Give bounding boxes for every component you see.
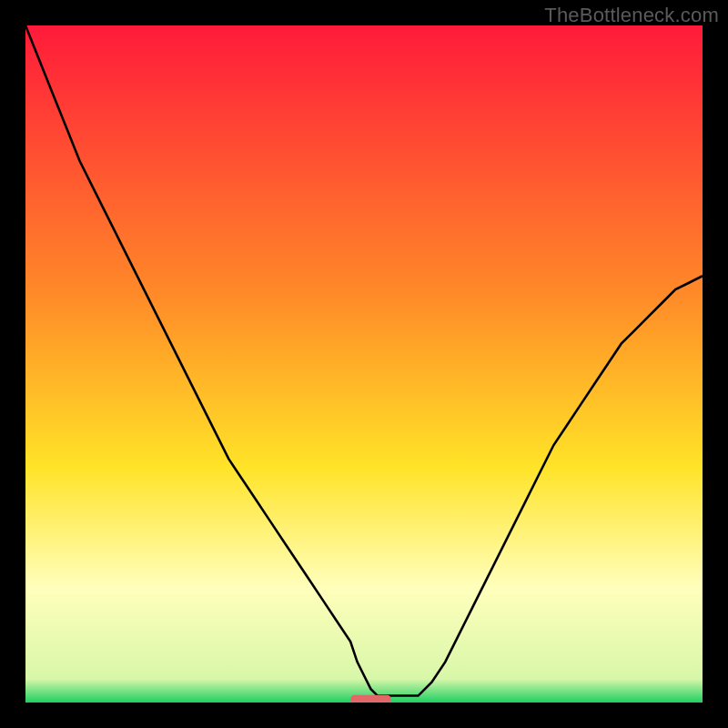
bottleneck-chart [25, 25, 703, 703]
watermark-text: TheBottleneck.com [544, 4, 719, 27]
optimal-marker [350, 695, 391, 703]
chart-frame: TheBottleneck.com [0, 0, 728, 728]
chart-background [25, 25, 703, 703]
